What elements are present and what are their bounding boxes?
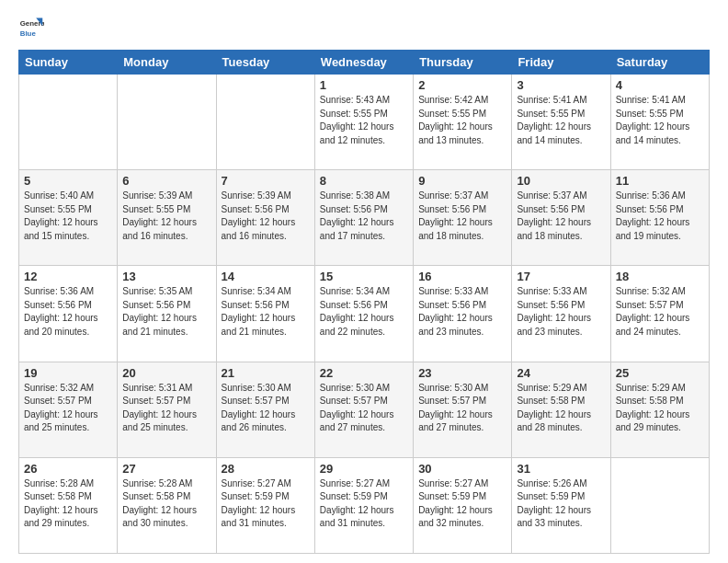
calendar-cell xyxy=(19,75,118,170)
calendar-cell xyxy=(610,457,709,553)
cell-content: Sunrise: 5:32 AMSunset: 5:57 PMDaylight:… xyxy=(616,285,704,339)
cell-content: Sunrise: 5:31 AMSunset: 5:57 PMDaylight:… xyxy=(122,382,210,435)
day-number: 2 xyxy=(418,78,506,92)
cell-content: Sunrise: 5:41 AMSunset: 5:55 PMDaylight:… xyxy=(616,94,704,147)
calendar-table: SundayMondayTuesdayWednesdayThursdayFrid… xyxy=(18,50,710,554)
cell-content: Sunrise: 5:29 AMSunset: 5:58 PMDaylight:… xyxy=(517,382,605,435)
day-number: 1 xyxy=(320,78,408,92)
cell-content: Sunrise: 5:41 AMSunset: 5:55 PMDaylight:… xyxy=(517,94,605,147)
day-number: 6 xyxy=(122,174,210,188)
cell-content: Sunrise: 5:36 AMSunset: 5:56 PMDaylight:… xyxy=(616,190,704,243)
calendar-cell: 25Sunrise: 5:29 AMSunset: 5:58 PMDayligh… xyxy=(610,362,709,457)
calendar-cell: 7Sunrise: 5:39 AMSunset: 5:56 PMDaylight… xyxy=(216,170,314,266)
calendar-week-row: 26Sunrise: 5:28 AMSunset: 5:58 PMDayligh… xyxy=(19,457,710,553)
calendar-cell: 10Sunrise: 5:37 AMSunset: 5:56 PMDayligh… xyxy=(512,170,610,266)
cell-content: Sunrise: 5:33 AMSunset: 5:56 PMDaylight:… xyxy=(418,285,506,339)
cell-content: Sunrise: 5:42 AMSunset: 5:55 PMDaylight:… xyxy=(418,94,506,147)
day-number: 28 xyxy=(222,462,310,476)
calendar-cell: 17Sunrise: 5:33 AMSunset: 5:56 PMDayligh… xyxy=(512,266,610,362)
day-number: 14 xyxy=(222,270,310,283)
calendar-cell: 9Sunrise: 5:37 AMSunset: 5:56 PMDaylight… xyxy=(414,170,512,266)
svg-text:Blue: Blue xyxy=(20,29,37,38)
weekday-header-row: SundayMondayTuesdayWednesdayThursdayFrid… xyxy=(19,51,710,75)
logo-icon: General Blue xyxy=(18,15,44,40)
calendar-cell: 11Sunrise: 5:36 AMSunset: 5:56 PMDayligh… xyxy=(610,170,709,266)
calendar-cell: 8Sunrise: 5:38 AMSunset: 5:56 PMDaylight… xyxy=(314,170,413,266)
cell-content: Sunrise: 5:37 AMSunset: 5:56 PMDaylight:… xyxy=(418,190,506,243)
calendar-cell: 13Sunrise: 5:35 AMSunset: 5:56 PMDayligh… xyxy=(118,266,216,362)
calendar-page: General Blue SundayMondayTuesdayWednesda… xyxy=(0,0,728,563)
day-number: 19 xyxy=(24,366,112,380)
weekday-header-sunday: Sunday xyxy=(19,51,118,75)
day-number: 5 xyxy=(24,174,112,188)
weekday-header-monday: Monday xyxy=(118,51,216,75)
day-number: 11 xyxy=(616,174,704,188)
day-number: 24 xyxy=(517,366,605,380)
calendar-cell: 6Sunrise: 5:39 AMSunset: 5:55 PMDaylight… xyxy=(118,170,216,266)
weekday-header-thursday: Thursday xyxy=(414,51,512,75)
calendar-cell: 28Sunrise: 5:27 AMSunset: 5:59 PMDayligh… xyxy=(216,457,314,553)
day-number: 31 xyxy=(517,462,605,476)
day-number: 20 xyxy=(122,366,210,380)
cell-content: Sunrise: 5:32 AMSunset: 5:57 PMDaylight:… xyxy=(24,382,112,435)
calendar-cell xyxy=(216,75,314,170)
calendar-cell: 3Sunrise: 5:41 AMSunset: 5:55 PMDaylight… xyxy=(512,75,610,170)
calendar-cell: 14Sunrise: 5:34 AMSunset: 5:56 PMDayligh… xyxy=(216,266,314,362)
day-number: 7 xyxy=(222,174,310,188)
cell-content: Sunrise: 5:28 AMSunset: 5:58 PMDaylight:… xyxy=(24,477,112,531)
calendar-cell: 4Sunrise: 5:41 AMSunset: 5:55 PMDaylight… xyxy=(610,75,709,170)
cell-content: Sunrise: 5:43 AMSunset: 5:55 PMDaylight:… xyxy=(320,94,408,147)
day-number: 17 xyxy=(517,270,605,283)
calendar-cell: 30Sunrise: 5:27 AMSunset: 5:59 PMDayligh… xyxy=(414,457,512,553)
cell-content: Sunrise: 5:30 AMSunset: 5:57 PMDaylight:… xyxy=(320,382,408,435)
calendar-week-row: 19Sunrise: 5:32 AMSunset: 5:57 PMDayligh… xyxy=(19,362,710,457)
day-number: 3 xyxy=(517,78,605,92)
day-number: 9 xyxy=(418,174,506,188)
cell-content: Sunrise: 5:38 AMSunset: 5:56 PMDaylight:… xyxy=(320,190,408,243)
header: General Blue xyxy=(18,15,710,40)
calendar-cell: 22Sunrise: 5:30 AMSunset: 5:57 PMDayligh… xyxy=(314,362,413,457)
cell-content: Sunrise: 5:37 AMSunset: 5:56 PMDaylight:… xyxy=(517,190,605,243)
calendar-cell: 12Sunrise: 5:36 AMSunset: 5:56 PMDayligh… xyxy=(19,266,118,362)
calendar-cell: 5Sunrise: 5:40 AMSunset: 5:55 PMDaylight… xyxy=(19,170,118,266)
calendar-cell: 2Sunrise: 5:42 AMSunset: 5:55 PMDaylight… xyxy=(414,75,512,170)
day-number: 13 xyxy=(122,270,210,283)
day-number: 27 xyxy=(122,462,210,476)
cell-content: Sunrise: 5:35 AMSunset: 5:56 PMDaylight:… xyxy=(122,285,210,339)
calendar-cell: 20Sunrise: 5:31 AMSunset: 5:57 PMDayligh… xyxy=(118,362,216,457)
calendar-cell: 23Sunrise: 5:30 AMSunset: 5:57 PMDayligh… xyxy=(414,362,512,457)
cell-content: Sunrise: 5:26 AMSunset: 5:59 PMDaylight:… xyxy=(517,477,605,531)
calendar-week-row: 1Sunrise: 5:43 AMSunset: 5:55 PMDaylight… xyxy=(19,75,710,170)
cell-content: Sunrise: 5:27 AMSunset: 5:59 PMDaylight:… xyxy=(222,477,310,531)
calendar-cell: 18Sunrise: 5:32 AMSunset: 5:57 PMDayligh… xyxy=(610,266,709,362)
calendar-week-row: 5Sunrise: 5:40 AMSunset: 5:55 PMDaylight… xyxy=(19,170,710,266)
cell-content: Sunrise: 5:30 AMSunset: 5:57 PMDaylight:… xyxy=(222,382,310,435)
cell-content: Sunrise: 5:28 AMSunset: 5:58 PMDaylight:… xyxy=(122,477,210,531)
day-number: 4 xyxy=(616,78,704,92)
cell-content: Sunrise: 5:30 AMSunset: 5:57 PMDaylight:… xyxy=(418,382,506,435)
calendar-cell: 27Sunrise: 5:28 AMSunset: 5:58 PMDayligh… xyxy=(118,457,216,553)
calendar-cell: 16Sunrise: 5:33 AMSunset: 5:56 PMDayligh… xyxy=(414,266,512,362)
cell-content: Sunrise: 5:33 AMSunset: 5:56 PMDaylight:… xyxy=(517,285,605,339)
weekday-header-saturday: Saturday xyxy=(610,51,709,75)
weekday-header-wednesday: Wednesday xyxy=(314,51,413,75)
day-number: 10 xyxy=(517,174,605,188)
cell-content: Sunrise: 5:34 AMSunset: 5:56 PMDaylight:… xyxy=(222,285,310,339)
day-number: 16 xyxy=(418,270,506,283)
calendar-cell: 21Sunrise: 5:30 AMSunset: 5:57 PMDayligh… xyxy=(216,362,314,457)
cell-content: Sunrise: 5:39 AMSunset: 5:56 PMDaylight:… xyxy=(222,190,310,243)
day-number: 15 xyxy=(320,270,408,283)
day-number: 23 xyxy=(418,366,506,380)
cell-content: Sunrise: 5:27 AMSunset: 5:59 PMDaylight:… xyxy=(418,477,506,531)
cell-content: Sunrise: 5:40 AMSunset: 5:55 PMDaylight:… xyxy=(24,190,112,243)
cell-content: Sunrise: 5:27 AMSunset: 5:59 PMDaylight:… xyxy=(320,477,408,531)
day-number: 21 xyxy=(222,366,310,380)
calendar-cell: 29Sunrise: 5:27 AMSunset: 5:59 PMDayligh… xyxy=(314,457,413,553)
logo: General Blue xyxy=(18,15,44,40)
day-number: 30 xyxy=(418,462,506,476)
calendar-cell: 19Sunrise: 5:32 AMSunset: 5:57 PMDayligh… xyxy=(19,362,118,457)
calendar-cell: 24Sunrise: 5:29 AMSunset: 5:58 PMDayligh… xyxy=(512,362,610,457)
calendar-cell: 31Sunrise: 5:26 AMSunset: 5:59 PMDayligh… xyxy=(512,457,610,553)
day-number: 26 xyxy=(24,462,112,476)
day-number: 29 xyxy=(320,462,408,476)
